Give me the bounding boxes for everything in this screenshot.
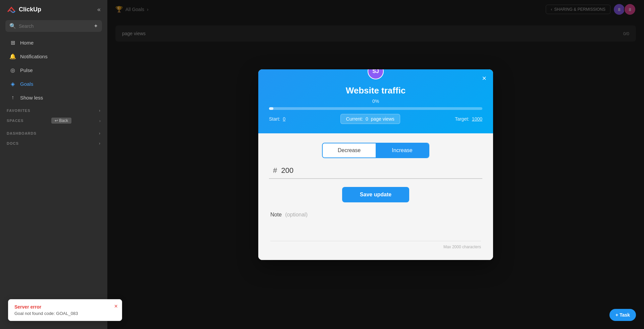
goals-icon: ◈: [9, 81, 16, 87]
sidebar-item-home[interactable]: ⊞ Home: [3, 36, 105, 49]
sidebar-header: ClickUp «: [0, 0, 107, 19]
toggle-group: Decrease Increase: [322, 143, 429, 158]
spaces-section: SPACES ↩ Back ›: [0, 114, 107, 127]
sparkle-icon: ✦: [94, 23, 98, 29]
search-input[interactable]: [19, 23, 91, 29]
sidebar-item-pulse[interactable]: ◎ Pulse: [3, 64, 105, 77]
current-button[interactable]: Current: 0 page views: [340, 114, 400, 124]
modal-stats: Start: 0 Current: 0 page views Target: 1…: [269, 114, 482, 124]
logo: ClickUp: [7, 5, 41, 14]
pulse-icon: ◎: [9, 67, 16, 73]
back-button[interactable]: ↩ Back: [51, 118, 71, 124]
app-name: ClickUp: [19, 6, 41, 13]
number-hash-symbol: #: [273, 166, 277, 175]
favorites-section: FAVORITES ›: [0, 104, 107, 114]
sidebar-item-label: Pulse: [20, 67, 33, 73]
modal-close-button[interactable]: ×: [482, 75, 486, 82]
sidebar: ClickUp « 🔍 ✦ ⊞ Home 🔔 Notifications ◎ P…: [0, 0, 107, 329]
sidebar-item-label: Home: [20, 40, 34, 46]
increase-button[interactable]: Increase: [376, 143, 429, 157]
modal-overlay[interactable]: SJ × Website traffic 0% Start: 0 Current…: [107, 0, 644, 329]
logo-icon: [7, 5, 16, 14]
error-toast: Server error Goal not found code: GOAL_0…: [8, 299, 122, 321]
modal-avatar: SJ: [368, 69, 384, 79]
show-less-icon: ↑: [9, 94, 16, 101]
add-task-button[interactable]: + Task: [609, 309, 636, 321]
main-content: 🏆 All Goals › ‹ SHARING & PERMISSIONS 8 …: [107, 0, 644, 329]
save-update-button[interactable]: Save update: [342, 187, 409, 202]
note-max-chars: Max 2000 characters: [270, 245, 481, 249]
number-input-row: #: [269, 166, 482, 179]
modal: SJ × Website traffic 0% Start: 0 Current…: [258, 69, 493, 260]
note-section: Note (optional) Max 2000 characters: [269, 212, 482, 249]
search-icon: 🔍: [9, 23, 16, 29]
start-label: Start: 0: [269, 116, 285, 122]
bell-icon: 🔔: [9, 53, 16, 60]
note-input[interactable]: [270, 221, 481, 241]
dashboards-section: DASHBOARDS ›: [0, 127, 107, 137]
target-label: Target: 1000: [455, 116, 482, 122]
number-input[interactable]: [281, 166, 478, 175]
modal-progress-text: 0%: [269, 98, 482, 104]
error-close-button[interactable]: ×: [114, 303, 118, 310]
error-message: Goal not found code: GOAL_083: [14, 311, 116, 316]
docs-section: DOCS ›: [0, 137, 107, 147]
modal-body: Decrease Increase # Save update Note (op…: [258, 133, 493, 260]
note-label: Note (optional): [270, 212, 481, 218]
chevron-right-icon: ›: [99, 108, 101, 113]
sidebar-item-show-less[interactable]: ↑ Show less: [3, 91, 105, 104]
sidebar-item-label: Notifications: [20, 54, 48, 59]
sidebar-item-label: Goals: [20, 81, 33, 87]
chevron-right-icon: ›: [99, 131, 101, 136]
sidebar-item-label: Show less: [20, 95, 43, 101]
error-title: Server error: [14, 304, 116, 310]
chevron-right-icon: ›: [99, 141, 101, 146]
modal-progress-fill: [269, 107, 273, 110]
collapse-button[interactable]: «: [97, 6, 101, 13]
sidebar-item-notifications[interactable]: 🔔 Notifications: [3, 50, 105, 63]
search-bar[interactable]: 🔍 ✦: [5, 20, 102, 32]
home-icon: ⊞: [9, 40, 16, 46]
sidebar-item-goals[interactable]: ◈ Goals: [3, 77, 105, 90]
decrease-button[interactable]: Decrease: [323, 143, 376, 157]
chevron-right-icon: ›: [99, 118, 101, 123]
modal-title: Website traffic: [269, 85, 482, 96]
modal-header: SJ × Website traffic 0% Start: 0 Current…: [258, 69, 493, 133]
modal-progress-bar: [269, 107, 482, 110]
